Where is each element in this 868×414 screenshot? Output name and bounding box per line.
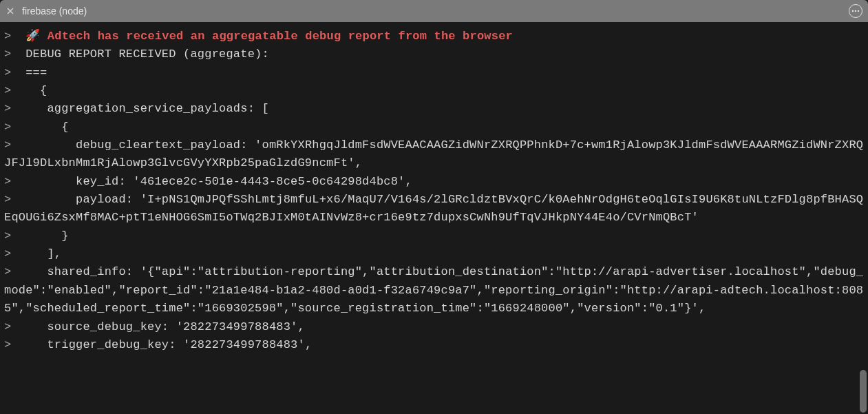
log-text: source_debug_key: '282273499788483', — [25, 320, 305, 333]
tab-title: firebase (node) — [22, 6, 87, 17]
log-text: payload: 'I+pNS1QmJPQfSShLmtj8mfuL+x6/Ma… — [4, 193, 863, 224]
log-line: > { — [4, 118, 865, 136]
log-text: key_id: '461ece2c-501e-4443-8ce5-0c64298… — [25, 175, 412, 188]
prompt: > — [4, 247, 25, 260]
log-line: > 🚀 Adtech has received an aggregatable … — [4, 28, 865, 45]
prompt: > — [4, 66, 25, 79]
svg-point-2 — [858, 10, 859, 12]
prompt: > — [4, 265, 25, 278]
scrollbar-thumb[interactable] — [860, 370, 867, 413]
log-line: > aggregation_service_payloads: [ — [4, 100, 865, 118]
log-text: trigger_debug_key: '282273499788483', — [25, 338, 312, 351]
log-line: > trigger_debug_key: '282273499788483', — [4, 336, 865, 354]
prompt: > — [4, 48, 25, 61]
log-text: shared_info: '{"api":"attribution-report… — [4, 265, 863, 315]
headline-text: Adtech has received an aggregatable debu… — [47, 30, 513, 43]
prompt: > — [4, 175, 25, 188]
log-line: > DEBUG REPORT RECEIVED (aggregate): — [4, 45, 865, 63]
overflow-menu-icon[interactable] — [849, 4, 862, 18]
prompt: > — [4, 84, 25, 97]
log-text: { — [25, 121, 68, 134]
svg-point-0 — [852, 10, 854, 12]
log-line: > key_id: '461ece2c-501e-4443-8ce5-0c642… — [4, 173, 865, 191]
prompt: > — [4, 30, 25, 43]
prompt: > — [4, 138, 25, 152]
terminal-output[interactable]: > 🚀 Adtech has received an aggregatable … — [0, 22, 868, 414]
log-line: > debug_cleartext_payload: 'omRkYXRhgqJl… — [4, 136, 865, 173]
log-line: > { — [4, 82, 865, 100]
prompt: > — [4, 320, 25, 333]
log-line: > payload: 'I+pNS1QmJPQfSShLmtj8mfuL+x6/… — [4, 191, 865, 227]
log-line: > source_debug_key: '282273499788483', — [4, 318, 865, 336]
log-line: > } — [4, 227, 865, 245]
tab-bar: firebase (node) — [0, 0, 868, 22]
prompt: > — [4, 338, 25, 351]
svg-point-1 — [855, 10, 856, 12]
tab[interactable]: firebase (node) — [6, 6, 87, 17]
log-line: > ], — [4, 245, 865, 263]
prompt: > — [4, 229, 25, 242]
scrollbar-track[interactable] — [860, 22, 867, 414]
log-text: aggregation_service_payloads: [ — [25, 102, 269, 115]
log-text: === — [25, 66, 47, 79]
rocket-icon: 🚀 — [25, 30, 47, 43]
log-text: debug_cleartext_payload: 'omRkYXRhgqJldm… — [4, 138, 863, 169]
close-icon[interactable] — [6, 6, 15, 16]
prompt: > — [4, 102, 25, 115]
log-text: ], — [25, 247, 61, 260]
log-text: } — [25, 229, 68, 242]
log-text: { — [25, 84, 47, 97]
log-line: > shared_info: '{"api":"attribution-repo… — [4, 263, 865, 318]
prompt: > — [4, 193, 25, 206]
log-text: DEBUG REPORT RECEIVED (aggregate): — [25, 48, 269, 61]
log-line: > === — [4, 64, 865, 82]
prompt: > — [4, 121, 25, 134]
